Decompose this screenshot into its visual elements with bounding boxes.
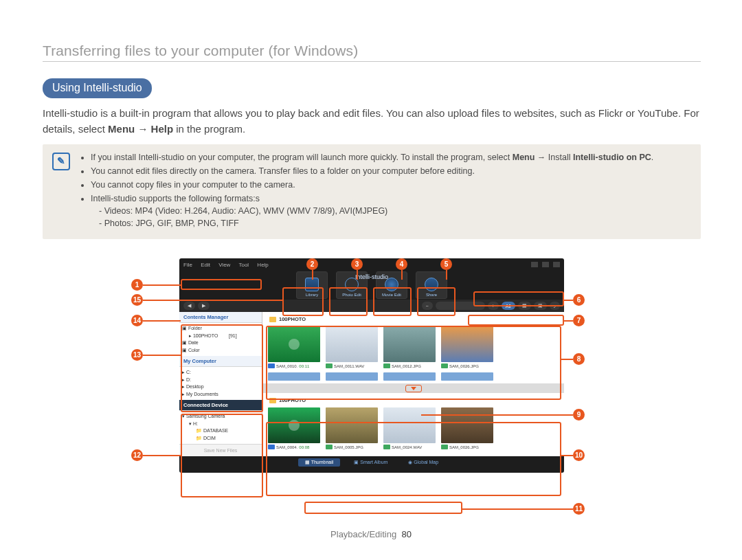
contents-manager-header: Contents Manager [179,312,262,323]
callout-9: 9 [573,409,585,421]
minimize-icon[interactable] [531,262,538,267]
note-item: If you install Intelli-studio on your co… [91,151,653,164]
close-icon[interactable] [553,262,560,267]
note-box: ✎ If you install Intelli-studio on your … [43,144,701,240]
page-title: Transferring files to your computer (for… [43,43,701,62]
callout-14: 14 [131,315,143,326]
annotated-figure: 2 3 4 5 1 15 14 13 12 6 7 8 9 10 [152,258,592,473]
callout-10: 10 [573,449,585,461]
menu-file[interactable]: File [183,262,192,268]
note-item: Intelli-studio supports the following fo… [91,192,653,229]
nav-fwd[interactable]: ▶ [198,302,210,310]
menu-edit[interactable]: Edit [201,262,210,268]
intro-text-1: Intelli-studio is a built-in program tha… [43,107,681,119]
note-subline: - Photos: JPG, GIF, BMP, PNG, TIFF [91,217,653,229]
callout-13: 13 [131,349,143,361]
note-subline: - Videos: MP4 (Video: H.264, Audio: AAC)… [91,205,653,217]
note-item: You cannot edit files directly on the ca… [91,165,653,177]
callout-11: 11 [573,503,585,515]
note-list: If you install Intelli-studio on your co… [81,151,653,232]
menu-tool[interactable]: Tool [238,262,249,268]
page-footer: Playback/Editing 80 [0,529,742,539]
callout-15: 15 [131,294,143,306]
callout-7: 7 [573,315,585,326]
manual-page: Transferring files to your computer (for… [0,0,742,560]
callout-6: 6 [573,294,585,306]
intro-paragraph: Intelli-studio is a built-in program tha… [43,105,701,137]
callout-1: 1 [131,279,143,291]
menu-view[interactable]: View [218,262,230,268]
folder-icon [269,317,276,322]
nav-back[interactable]: ◀ [183,302,195,310]
callout-8: 8 [573,353,585,365]
callout-12: 12 [131,449,143,461]
note-item: You cannot copy files in your computer t… [91,179,653,191]
menu-bar: File Edit View Tool Help [183,262,276,268]
info-icon: ✎ [52,153,70,170]
section-heading: Using Intelli-studio [43,78,152,98]
titlebar: File Edit View Tool Help [179,258,564,271]
maximize-icon[interactable] [542,262,549,267]
menu-help[interactable]: Help [257,262,268,268]
